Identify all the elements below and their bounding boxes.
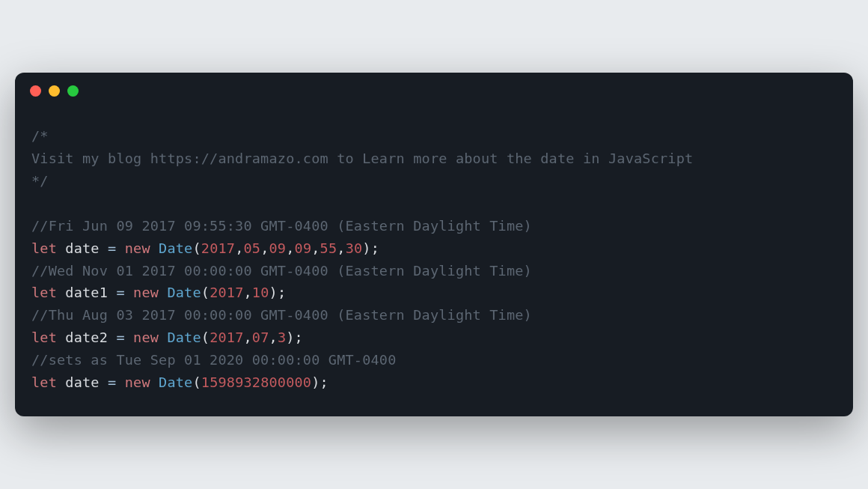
identifier: date xyxy=(65,240,99,256)
zoom-icon[interactable] xyxy=(67,85,79,97)
number-literal: 2017 xyxy=(210,285,243,300)
number-literal: 55 xyxy=(320,240,337,256)
keyword-new: new xyxy=(125,240,150,256)
paren-open: ( xyxy=(192,374,201,390)
operator-eq: = xyxy=(100,240,125,256)
operator-eq: = xyxy=(100,374,125,390)
class-date: Date xyxy=(167,285,201,300)
code-window: /* Visit my blog https://andramazo.com t… xyxy=(15,73,853,417)
paren-open: ( xyxy=(192,240,201,256)
identifier: date1 xyxy=(65,285,108,300)
keyword-let: let xyxy=(31,374,57,390)
code-comment: //sets as Tue Sep 01 2020 00:00:00 GMT-0… xyxy=(31,352,397,368)
number-literal: 1598932800000 xyxy=(201,374,311,390)
keyword-let: let xyxy=(31,329,57,345)
keyword-let: let xyxy=(31,285,57,300)
identifier: date2 xyxy=(65,329,108,345)
number-literal: 2017 xyxy=(210,329,243,345)
block-comment-close: */ xyxy=(31,173,49,189)
minimize-icon[interactable] xyxy=(49,85,60,97)
number-literal: 05 xyxy=(244,240,261,256)
window-titlebar xyxy=(15,73,853,110)
class-date: Date xyxy=(167,329,201,345)
paren-close: ) xyxy=(286,329,294,345)
number-literal: 3 xyxy=(278,329,286,345)
operator-eq: = xyxy=(108,285,133,300)
keyword-let: let xyxy=(31,240,57,256)
paren-close: ) xyxy=(269,285,278,300)
number-literal: 2017 xyxy=(201,240,235,256)
keyword-new: new xyxy=(133,285,159,300)
semicolon: ; xyxy=(371,240,379,256)
number-literal: 10 xyxy=(252,285,269,300)
operator-eq: = xyxy=(108,329,133,345)
code-comment: //Wed Nov 01 2017 00:00:00 GMT-0400 (Eas… xyxy=(31,263,532,279)
code-comment: //Fri Jun 09 2017 09:55:30 GMT-0400 (Eas… xyxy=(31,218,532,234)
close-icon[interactable] xyxy=(30,85,41,97)
semicolon: ; xyxy=(278,285,286,300)
paren-open: ( xyxy=(201,329,210,345)
paren-open: ( xyxy=(201,285,210,300)
class-date: Date xyxy=(159,240,192,256)
keyword-new: new xyxy=(125,374,150,390)
code-comment: //Thu Aug 03 2017 00:00:00 GMT-0400 (Eas… xyxy=(31,307,532,323)
paren-close: ) xyxy=(362,240,370,256)
semicolon: ; xyxy=(295,329,303,345)
number-literal: 09 xyxy=(269,240,287,256)
keyword-new: new xyxy=(133,329,159,345)
semicolon: ; xyxy=(320,374,328,390)
code-editor: /* Visit my blog https://andramazo.com t… xyxy=(15,110,853,417)
identifier: date xyxy=(65,374,99,390)
block-comment-body: Visit my blog https://andramazo.com to L… xyxy=(31,151,693,166)
number-literal: 07 xyxy=(252,329,269,345)
block-comment-open: /* xyxy=(31,128,49,144)
paren-close: ) xyxy=(311,374,320,390)
number-literal: 09 xyxy=(295,240,312,256)
number-literal: 30 xyxy=(346,240,363,256)
class-date: Date xyxy=(159,374,192,390)
